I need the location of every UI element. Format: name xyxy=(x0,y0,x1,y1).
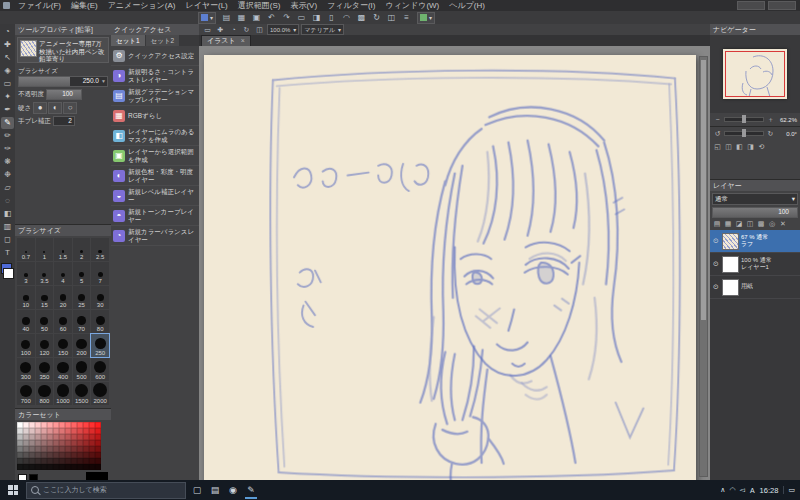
clip-to-layer-icon[interactable]: ◪ xyxy=(734,219,744,229)
close-tab-icon[interactable]: × xyxy=(241,36,245,46)
explorer-icon[interactable]: ▤ xyxy=(206,481,224,499)
navigator-preview[interactable] xyxy=(710,35,800,113)
brush-size-preset[interactable]: 5 xyxy=(73,262,91,285)
sub-tool-combo[interactable]: ▾ xyxy=(417,12,435,24)
zoom-in-icon[interactable]: ＋ xyxy=(766,115,775,125)
qa-new-tone-curve-layer[interactable]: ◓ 新規トーンカーブレイヤー xyxy=(111,206,199,226)
current-subtool[interactable]: アニメーター専用7万枚描いた社内用ペン改 鉛筆寄り xyxy=(17,37,109,63)
brush-size-preset[interactable]: 350 xyxy=(36,358,54,381)
fill-tool[interactable]: ◧ xyxy=(1,208,14,220)
rotate-view-icon[interactable]: ↻ xyxy=(241,25,252,35)
new-file-icon[interactable]: ▤ xyxy=(220,12,233,23)
brush-size-preset[interactable]: 1 xyxy=(36,238,54,261)
brush-size-preset[interactable]: 250 xyxy=(91,334,109,357)
brush-size-preset[interactable]: 60 xyxy=(54,310,72,333)
hand-view-icon[interactable]: ✚ xyxy=(215,25,226,35)
hardness-option-icon[interactable]: ○ xyxy=(63,102,77,114)
brush-size-preset[interactable]: 70 xyxy=(73,310,91,333)
tool-preset-combo[interactable]: ▾ xyxy=(198,12,216,24)
qa-selection-from-layer[interactable]: ▣ レイヤーから選択範囲を作成 xyxy=(111,146,199,166)
text-tool[interactable]: T xyxy=(1,247,14,259)
start-button[interactable] xyxy=(2,480,24,500)
menu-item[interactable]: ファイル(F) xyxy=(13,0,66,11)
operation-tool[interactable]: ↖ xyxy=(1,52,14,64)
brush-size-preset[interactable]: 400 xyxy=(54,358,72,381)
qa-new-hsl-layer[interactable]: ◐ 新規色相・彩度・明度レイヤー xyxy=(111,166,199,186)
brush-size-preset[interactable]: 150 xyxy=(54,334,72,357)
invert-selection-icon[interactable]: ◨ xyxy=(310,12,323,23)
brush-size-preset[interactable]: 1000 xyxy=(54,382,72,405)
network-icon[interactable]: ◠ xyxy=(729,486,735,494)
speaker-icon[interactable]: ◅ xyxy=(740,486,745,494)
reset-view-icon[interactable]: ⟲ xyxy=(757,143,766,151)
zoom-combo[interactable]: 100.0%▾ xyxy=(267,24,299,35)
brush-size-preset[interactable]: 30 xyxy=(91,286,109,309)
menu-item[interactable]: 選択範囲(S) xyxy=(233,0,286,11)
layer-visible-icon[interactable]: ⊙ xyxy=(712,283,720,291)
pen-tool[interactable]: ✎ xyxy=(1,117,14,129)
fit-to-screen-icon[interactable]: ◱ xyxy=(713,143,722,151)
current-color-swatch[interactable] xyxy=(86,472,108,480)
airbrush-tool[interactable]: ❋ xyxy=(1,156,14,168)
new-layer-icon[interactable]: ▤ xyxy=(712,219,722,229)
undo-icon[interactable]: ↶ xyxy=(265,12,278,23)
stabilization-value[interactable]: 2 xyxy=(53,116,75,126)
flip-view-icon[interactable]: ◫ xyxy=(385,12,398,23)
auto-select-tool[interactable]: ✦ xyxy=(1,91,14,103)
brush-size-preset[interactable]: 1500 xyxy=(73,382,91,405)
workspace-chip[interactable] xyxy=(768,1,796,10)
brush-size-preset[interactable]: 500 xyxy=(73,358,91,381)
menu-item[interactable]: アニメーション(A) xyxy=(103,0,181,11)
menu-item[interactable]: ウィンドウ(W) xyxy=(380,0,444,11)
open-file-icon[interactable]: ▦ xyxy=(235,12,248,23)
gradient-tool[interactable]: ▥ xyxy=(1,221,14,233)
zoom-tool[interactable]: ◔ xyxy=(1,26,14,38)
layer-visible-icon[interactable]: ⊙ xyxy=(712,237,720,245)
snap-grid-icon[interactable]: ▩ xyxy=(355,12,368,23)
selection-border-icon[interactable]: ▯ xyxy=(325,12,338,23)
brush-size-preset[interactable]: 2.5 xyxy=(91,238,109,261)
layer-row[interactable]: ⊙ 用紙 xyxy=(710,276,800,299)
brush-size-preset[interactable]: 120 xyxy=(36,334,54,357)
brush-size-preset[interactable]: 2 xyxy=(73,238,91,261)
layer-visible-icon[interactable]: ⊙ xyxy=(712,260,720,268)
navigator-rotate-slider[interactable] xyxy=(724,131,764,136)
rotate-view-icon[interactable]: ↻ xyxy=(370,12,383,23)
canvas-vertical-scrollbar[interactable] xyxy=(699,56,708,477)
actual-size-icon[interactable]: ◫ xyxy=(724,143,733,151)
ime-indicator[interactable]: A xyxy=(750,487,755,494)
navigator-view-frame[interactable] xyxy=(725,51,785,97)
flip-horizontal-icon[interactable]: ◧ xyxy=(735,143,744,151)
brush-size-preset[interactable]: 20 xyxy=(54,286,72,309)
hardness-option-icon[interactable]: ● xyxy=(33,102,47,114)
material-combo[interactable]: マテリアル▾ xyxy=(301,24,344,35)
menu-item[interactable]: レイヤー(L) xyxy=(180,0,232,11)
delete-layer-icon[interactable]: ✕ xyxy=(778,219,788,229)
brush-size-preset[interactable]: 7 xyxy=(91,262,109,285)
brush-size-preset[interactable]: 100 xyxy=(17,334,35,357)
brush-size-preset[interactable]: 800 xyxy=(36,382,54,405)
brush-size-preset[interactable]: 80 xyxy=(91,310,109,333)
brush-size-preset[interactable]: 4 xyxy=(54,262,72,285)
brush-size-preset[interactable]: 40 xyxy=(17,310,35,333)
menu-item[interactable]: フィルター(I) xyxy=(322,0,380,11)
brush-size-preset[interactable]: 3 xyxy=(17,262,35,285)
menu-item[interactable]: 表示(V) xyxy=(285,0,322,11)
redo-icon[interactable]: ↷ xyxy=(280,12,293,23)
layer-row[interactable]: ⊙ 67 % 通常 ラフ xyxy=(710,230,800,253)
browser-icon[interactable]: ◉ xyxy=(224,481,242,499)
qa-quick-access-settings[interactable]: ⚙ クイックアクセス設定 xyxy=(111,46,199,66)
canvas-tab[interactable]: イラスト × xyxy=(201,35,251,46)
qa-new-color-balance-layer[interactable]: ◔ 新規カラーバランスレイヤー xyxy=(111,226,199,246)
qa-uneven-mask[interactable]: ◧ レイヤーにムラのあるマスクを作成 xyxy=(111,126,199,146)
brush-size-preset[interactable]: 50 xyxy=(36,310,54,333)
workspace-chip[interactable] xyxy=(737,1,765,10)
background-color-chip[interactable] xyxy=(3,268,14,279)
drawing-canvas[interactable] xyxy=(204,55,696,480)
opacity-slider[interactable]: 100 xyxy=(46,89,82,100)
set-as-reference-icon[interactable]: ◎ xyxy=(767,219,777,229)
clock[interactable]: 16:28 xyxy=(760,486,779,495)
brush-size-preset[interactable]: 15 xyxy=(36,286,54,309)
taskbar-search[interactable]: ここに入力して検索 xyxy=(26,482,186,499)
flip-horizontal-icon[interactable]: ◫ xyxy=(254,25,265,35)
